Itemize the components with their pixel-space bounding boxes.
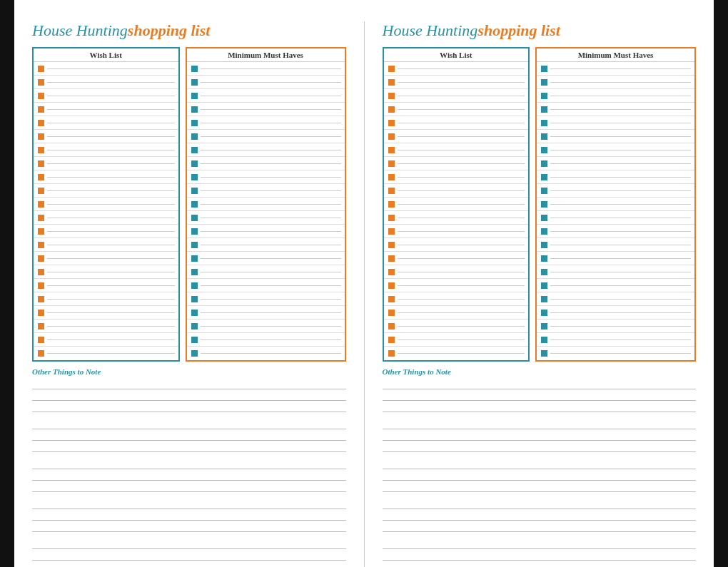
checkbox-orange[interactable] bbox=[388, 323, 395, 330]
checkbox-orange[interactable] bbox=[38, 310, 44, 316]
checkbox-teal[interactable] bbox=[541, 66, 547, 72]
checkbox-teal[interactable] bbox=[191, 66, 198, 72]
checkbox-teal[interactable] bbox=[191, 79, 198, 86]
checkbox-orange[interactable] bbox=[38, 282, 44, 289]
checkbox-teal[interactable] bbox=[541, 147, 547, 153]
checkbox-teal[interactable] bbox=[541, 93, 547, 99]
checkbox-orange[interactable] bbox=[38, 174, 44, 180]
checkbox-orange[interactable] bbox=[388, 106, 395, 113]
checkbox-orange[interactable] bbox=[388, 133, 395, 140]
checkbox-teal[interactable] bbox=[541, 133, 547, 140]
note-line[interactable] bbox=[383, 562, 697, 567]
checkbox-orange[interactable] bbox=[38, 350, 44, 357]
checkbox-teal[interactable] bbox=[191, 310, 198, 316]
checkbox-teal[interactable] bbox=[541, 242, 547, 248]
checkbox-orange[interactable] bbox=[38, 215, 44, 221]
checkbox-orange[interactable] bbox=[38, 93, 44, 99]
checkbox-teal[interactable] bbox=[191, 160, 198, 167]
checkbox-orange[interactable] bbox=[38, 133, 44, 140]
checkbox-orange[interactable] bbox=[388, 160, 395, 167]
checkbox-teal[interactable] bbox=[191, 215, 198, 221]
checkbox-orange[interactable] bbox=[38, 228, 44, 235]
note-line[interactable] bbox=[383, 551, 697, 561]
checkbox-orange[interactable] bbox=[38, 255, 44, 262]
checkbox-orange[interactable] bbox=[388, 337, 395, 343]
checkbox-teal[interactable] bbox=[191, 242, 198, 248]
checkbox-teal[interactable] bbox=[191, 147, 198, 153]
checkbox-teal[interactable] bbox=[541, 120, 547, 126]
note-line[interactable] bbox=[32, 562, 346, 567]
checkbox-teal[interactable] bbox=[541, 215, 547, 221]
checkbox-orange[interactable] bbox=[38, 296, 44, 302]
checkbox-orange[interactable] bbox=[38, 147, 44, 153]
checkbox-orange[interactable] bbox=[388, 296, 395, 302]
checkbox-orange[interactable] bbox=[38, 337, 44, 343]
note-line[interactable] bbox=[32, 482, 346, 492]
checkbox-orange[interactable] bbox=[38, 323, 44, 330]
checkbox-teal[interactable] bbox=[191, 174, 198, 180]
note-line[interactable] bbox=[32, 391, 346, 401]
checkbox-orange[interactable] bbox=[38, 242, 44, 248]
checkbox-orange[interactable] bbox=[38, 66, 44, 72]
checkbox-orange[interactable] bbox=[388, 350, 395, 357]
checkbox-teal[interactable] bbox=[191, 337, 198, 343]
checkbox-orange[interactable] bbox=[388, 310, 395, 316]
note-line[interactable] bbox=[32, 419, 346, 429]
checkbox-teal[interactable] bbox=[541, 255, 547, 262]
checkbox-orange[interactable] bbox=[38, 269, 44, 275]
note-line[interactable] bbox=[383, 499, 697, 509]
checkbox-orange[interactable] bbox=[388, 79, 395, 86]
checkbox-teal[interactable] bbox=[191, 133, 198, 140]
checkbox-teal[interactable] bbox=[191, 106, 198, 113]
note-line[interactable] bbox=[32, 499, 346, 509]
checkbox-teal[interactable] bbox=[541, 350, 547, 357]
checkbox-teal[interactable] bbox=[541, 79, 547, 86]
checkbox-orange[interactable] bbox=[388, 282, 395, 289]
checkbox-teal[interactable] bbox=[191, 188, 198, 194]
checkbox-orange[interactable] bbox=[38, 160, 44, 167]
checkbox-orange[interactable] bbox=[388, 188, 395, 194]
checkbox-orange[interactable] bbox=[388, 228, 395, 235]
checkbox-orange[interactable] bbox=[38, 79, 44, 86]
note-line[interactable] bbox=[32, 402, 346, 412]
checkbox-teal[interactable] bbox=[191, 255, 198, 262]
checkbox-orange[interactable] bbox=[388, 255, 395, 262]
checkbox-orange[interactable] bbox=[388, 201, 395, 208]
checkbox-teal[interactable] bbox=[541, 296, 547, 302]
note-line[interactable] bbox=[383, 431, 697, 441]
checkbox-orange[interactable] bbox=[388, 93, 395, 99]
checkbox-teal[interactable] bbox=[191, 350, 198, 357]
checkbox-orange[interactable] bbox=[388, 242, 395, 248]
checkbox-teal[interactable] bbox=[191, 120, 198, 126]
note-line[interactable] bbox=[383, 471, 697, 481]
note-line[interactable] bbox=[383, 402, 697, 412]
checkbox-orange[interactable] bbox=[38, 106, 44, 113]
checkbox-teal[interactable] bbox=[541, 323, 547, 330]
checkbox-teal[interactable] bbox=[191, 296, 198, 302]
checkbox-teal[interactable] bbox=[541, 201, 547, 208]
note-line[interactable] bbox=[383, 419, 697, 429]
note-line[interactable] bbox=[32, 522, 346, 532]
checkbox-teal[interactable] bbox=[541, 106, 547, 113]
note-line[interactable] bbox=[383, 482, 697, 492]
checkbox-teal[interactable] bbox=[191, 228, 198, 235]
note-line[interactable] bbox=[383, 511, 697, 521]
checkbox-teal[interactable] bbox=[191, 323, 198, 330]
note-line[interactable] bbox=[32, 511, 346, 521]
checkbox-orange[interactable] bbox=[38, 188, 44, 194]
checkbox-teal[interactable] bbox=[541, 269, 547, 275]
checkbox-teal[interactable] bbox=[541, 160, 547, 167]
note-line[interactable] bbox=[383, 391, 697, 401]
note-line[interactable] bbox=[32, 471, 346, 481]
checkbox-orange[interactable] bbox=[388, 66, 395, 72]
note-line[interactable] bbox=[32, 431, 346, 441]
checkbox-teal[interactable] bbox=[191, 282, 198, 289]
checkbox-orange[interactable] bbox=[38, 120, 44, 126]
checkbox-orange[interactable] bbox=[38, 201, 44, 208]
checkbox-teal[interactable] bbox=[191, 201, 198, 208]
note-line[interactable] bbox=[32, 459, 346, 469]
note-line[interactable] bbox=[32, 442, 346, 452]
checkbox-orange[interactable] bbox=[388, 147, 395, 153]
note-line[interactable] bbox=[383, 539, 697, 549]
checkbox-orange[interactable] bbox=[388, 120, 395, 126]
